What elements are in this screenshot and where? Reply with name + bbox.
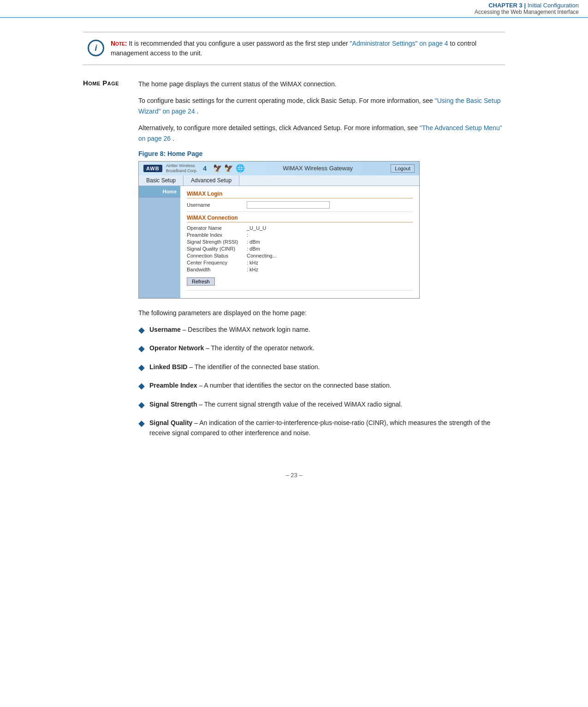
bullet-item: ◆Operator Network – The identity of the … <box>138 343 505 354</box>
ss-field-row: Signal Quality (CINR): dBm <box>187 246 413 252</box>
bullet-diamond: ◆ <box>138 343 145 354</box>
bullet-text: Signal Strength – The current signal str… <box>149 399 402 409</box>
ss-logo-arrow: 4 <box>203 165 207 172</box>
header-separator: | <box>524 2 527 9</box>
ss-field-value: : kHz <box>247 267 258 272</box>
note-text: Note: It is recommended that you configu… <box>111 39 500 58</box>
ss-field-value: Connecting... <box>247 253 277 258</box>
bullet-text: Linked BSID – The identifier of the conn… <box>149 362 320 372</box>
page-footer: – 23 – <box>0 464 588 482</box>
bullet-item: ◆Username – Describes the WiMAX network … <box>138 324 505 336</box>
bullet-diamond: ◆ <box>138 418 145 429</box>
following-text: The following parameters are displayed o… <box>138 308 505 318</box>
bullet-text: Operator Network – The identity of the o… <box>149 343 315 353</box>
ss-logo: AWB Airitter WirelessBroadband Corp. 4 🦅… <box>143 163 245 174</box>
chapter-link[interactable]: Initial Configuration <box>528 2 579 9</box>
info-icon: i <box>88 40 104 56</box>
section-content: The home page displays the current statu… <box>138 79 505 446</box>
note-text-before: It is recommended that you configure a u… <box>129 40 350 47</box>
bullet-item: ◆Signal Quality – An indication of the c… <box>138 418 505 438</box>
page-header: CHAPTER 3 | Initial Configuration Access… <box>0 0 588 18</box>
bullet-diamond: ◆ <box>138 325 145 336</box>
ss-nav: Basic Setup Advanced Setup <box>139 175 419 186</box>
para3-before: Alternatively, to configure more detaile… <box>138 124 420 132</box>
para1: The home page displays the current statu… <box>138 79 505 89</box>
ss-icons: 🦅 🦅 🌐 <box>213 164 245 173</box>
para3-after: . <box>172 135 174 142</box>
bullet-diamond: ◆ <box>138 362 145 373</box>
bullet-text: Preamble Index – A number that identifie… <box>149 380 392 390</box>
ss-field-row: Preamble Index: <box>187 232 413 238</box>
ss-field-row: Connection StatusConnecting... <box>187 253 413 258</box>
bullet-term: Preamble Index <box>149 382 197 389</box>
bullet-term: Linked BSID <box>149 363 187 371</box>
para2-before: To configure basic settings for the curr… <box>138 97 435 104</box>
bullet-diamond: ◆ <box>138 400 145 410</box>
section-label: Home Page <box>83 79 138 446</box>
ss-field-row: Operator Name_U_U_U <box>187 225 413 231</box>
note-label: Note: <box>111 40 127 47</box>
ss-field-label: Operator Name <box>187 225 247 231</box>
ss-field-label: Center Frequency <box>187 260 247 265</box>
ss-field-value: : dBm <box>247 239 260 245</box>
ss-field-value: : dBm <box>247 246 260 252</box>
ss-connection-section: WiMAX Connection <box>187 215 413 222</box>
ss-field-value: : <box>247 232 248 238</box>
bullet-term: Operator Network <box>149 344 204 352</box>
ss-field-row: Bandwidth: kHz <box>187 267 413 272</box>
ss-field-row: Signal Strength (RSSI): dBm <box>187 239 413 245</box>
bullet-item: ◆Preamble Index – A number that identifi… <box>138 380 505 391</box>
bullet-diamond: ◆ <box>138 381 145 391</box>
ss-field-label: Signal Quality (CINR) <box>187 246 247 252</box>
ss-field-row: Center Frequency: kHz <box>187 260 413 265</box>
ss-fields-container: Operator Name_U_U_UPreamble Index:Signal… <box>187 225 413 272</box>
ss-main: WiMAX Login Username WiMAX Connection Op… <box>180 186 419 298</box>
bullet-term: Signal Quality <box>149 419 192 426</box>
ss-refresh-button[interactable]: Refresh <box>187 277 215 286</box>
header-right: CHAPTER 3 | Initial Configuration Access… <box>475 2 579 15</box>
nav-basic-setup[interactable]: Basic Setup <box>139 175 184 186</box>
ss-sidebar-menu: Home <box>139 186 180 298</box>
ss-title: WiMAX Wireless Gateway <box>245 165 391 172</box>
chapter-label: CHAPTER 3 | Initial Configuration <box>475 2 579 9</box>
ss-field-value: : kHz <box>247 260 258 265</box>
ss-username-input[interactable] <box>247 201 330 209</box>
ss-logo-subtext: Airitter WirelessBroadband Corp. <box>166 163 198 174</box>
bullet-term: Signal Strength <box>149 401 197 408</box>
home-page-section: Home Page The home page displays the cur… <box>83 79 505 446</box>
ss-field-value: _U_U_U <box>247 225 266 231</box>
ss-field-label: Preamble Index <box>187 232 247 238</box>
screenshot: AWB Airitter WirelessBroadband Corp. 4 🦅… <box>138 161 420 299</box>
ss-logout-button[interactable]: Logout <box>391 164 415 173</box>
ss-username-row: Username <box>187 201 413 209</box>
ss-field-label: Signal Strength (RSSI) <box>187 239 247 245</box>
bullet-term: Username <box>149 326 181 333</box>
ss-divider1 <box>187 211 413 212</box>
chapter-number: CHAPTER 3 <box>488 2 523 9</box>
ss-field-label: Bandwidth <box>187 267 247 272</box>
bullet-text: Signal Quality – An indication of the ca… <box>149 418 505 438</box>
bullet-item: ◆Signal Strength – The current signal st… <box>138 399 505 410</box>
ss-field-label: Connection Status <box>187 253 247 258</box>
bullet-list: ◆Username – Describes the WiMAX network … <box>138 324 505 438</box>
page-number: – 23 – <box>285 472 302 479</box>
ss-sidebar: Home WiMAX Login Username WiMAX Connecti… <box>139 186 419 298</box>
figure-caption: Figure 8: Home Page <box>138 150 505 157</box>
header-subheading: Accessing the Web Management Interface <box>475 9 579 15</box>
note-link[interactable]: "Administrator Settings" on page 4 <box>350 40 448 47</box>
ss-divider2 <box>187 290 413 291</box>
page-body: i Note: It is recommended that you confi… <box>0 18 588 464</box>
ss-username-label: Username <box>187 202 247 208</box>
para2-after: . <box>196 108 198 115</box>
para2: To configure basic settings for the curr… <box>138 96 505 116</box>
nav-advanced-setup[interactable]: Advanced Setup <box>184 175 239 186</box>
note-box: i Note: It is recommended that you confi… <box>83 32 505 65</box>
para3: Alternatively, to configure more detaile… <box>138 123 505 144</box>
ss-sidebar-home[interactable]: Home <box>139 186 180 198</box>
bullet-item: ◆Linked BSID – The identifier of the con… <box>138 362 505 373</box>
ss-login-section: WiMAX Login <box>187 191 413 198</box>
ss-logo-box: AWB <box>143 165 162 172</box>
ss-header: AWB Airitter WirelessBroadband Corp. 4 🦅… <box>139 162 419 175</box>
bullet-text: Username – Describes the WiMAX network l… <box>149 324 310 335</box>
